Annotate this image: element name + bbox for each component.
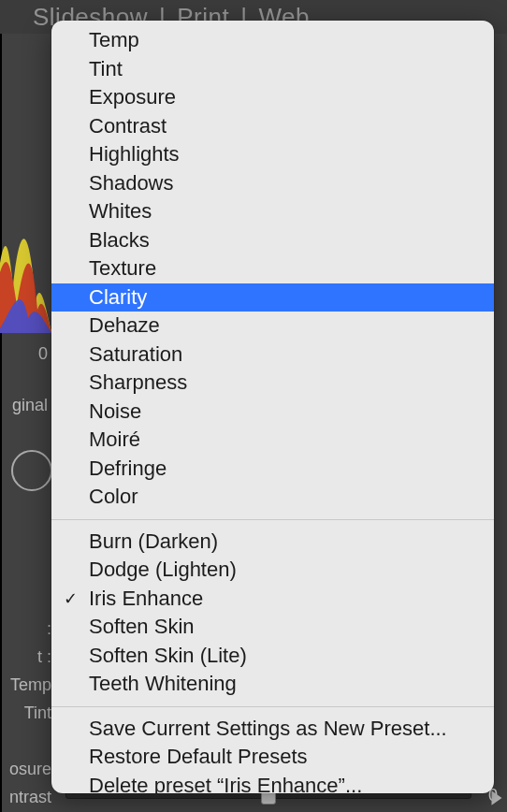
panel-label: Tint xyxy=(0,703,51,726)
menu-item[interactable]: Exposure xyxy=(51,83,494,112)
menu-item[interactable]: Delete preset “Iris Enhance”... xyxy=(51,772,494,794)
menu-item[interactable]: Contrast xyxy=(51,112,494,141)
menu-item[interactable]: Soften Skin xyxy=(51,613,494,642)
menu-item-label: Exposure xyxy=(89,85,479,109)
menu-item[interactable]: Saturation xyxy=(51,341,494,370)
menu-item[interactable]: Defringe xyxy=(51,455,494,484)
left-labels: :t :TempTintosurentrastlightsadows xyxy=(0,586,51,812)
menu-section-preset-actions: Save Current Settings as New Preset...Re… xyxy=(51,709,494,794)
menu-item-label: Color xyxy=(89,485,479,509)
panel-label: : xyxy=(0,619,51,642)
menu-item[interactable]: Teeth Whitening xyxy=(51,670,494,699)
menu-item-label: Soften Skin xyxy=(89,615,479,639)
menu-item[interactable]: Save Current Settings as New Preset... xyxy=(51,715,494,744)
menu-section-presets: Burn (Darken)Dodge (Lighten)✓Iris Enhanc… xyxy=(51,522,494,704)
menu-item[interactable]: ✓Iris Enhance xyxy=(51,585,494,614)
menu-item[interactable]: Whites xyxy=(51,197,494,226)
menu-item-label: Moiré xyxy=(89,428,479,452)
menu-item[interactable]: Texture xyxy=(51,254,494,283)
left-column: 0 ginal xyxy=(0,333,51,427)
menu-item-label: Clarity xyxy=(89,285,479,310)
menu-item-label: Iris Enhance xyxy=(89,587,479,611)
menu-item[interactable]: Blacks xyxy=(51,226,494,255)
menu-item-label: Highlights xyxy=(89,142,479,167)
menu-item[interactable]: Dehaze xyxy=(51,312,494,341)
menu-item-label: Sharpness xyxy=(89,370,479,395)
panel-label: ntrast xyxy=(0,788,51,810)
menu-item[interactable]: Color xyxy=(51,483,494,512)
menu-item[interactable]: Tint xyxy=(51,55,494,84)
menu-item-label: Restore Default Presets xyxy=(89,745,479,769)
menu-item[interactable]: Noise xyxy=(51,398,494,427)
mode-label: ginal xyxy=(4,396,48,415)
panel-label: t : xyxy=(0,647,51,670)
menu-item[interactable]: Temp xyxy=(51,26,494,55)
menu-item-label: Burn (Darken) xyxy=(89,529,479,554)
menu-item-label: Noise xyxy=(89,399,479,424)
menu-section-adjustments: TempTintExposureContrastHighlightsShadow… xyxy=(51,21,494,517)
menu-item[interactable]: Moiré xyxy=(51,426,494,455)
menu-item[interactable]: Burn (Darken) xyxy=(51,528,494,557)
menu-item[interactable]: Dodge (Lighten) xyxy=(51,556,494,585)
histogram xyxy=(0,90,51,333)
panel-label: osure xyxy=(0,760,51,782)
menu-item-label: Soften Skin (Lite) xyxy=(89,644,479,668)
menu-item-label: Saturation xyxy=(89,342,479,367)
panel-label: Temp xyxy=(0,675,51,698)
menu-item-label: Contrast xyxy=(89,114,479,138)
menu-item-label: Dehaze xyxy=(89,313,479,338)
menu-item-label: Whites xyxy=(89,199,479,224)
menu-separator xyxy=(51,706,494,707)
menu-item-label: Blacks xyxy=(89,228,479,253)
checkmark-icon: ✓ xyxy=(51,588,89,609)
brush-preview-circle[interactable] xyxy=(11,450,52,491)
menu-item-label: Teeth Whitening xyxy=(89,672,479,696)
menu-item[interactable]: Soften Skin (Lite) xyxy=(51,642,494,671)
effect-dropdown-menu[interactable]: TempTintExposureContrastHighlightsShadow… xyxy=(51,21,494,793)
value-zero: 0 xyxy=(4,344,48,364)
menu-item-label: Shadows xyxy=(89,171,479,196)
menu-item[interactable]: Shadows xyxy=(51,169,494,198)
menu-item-label: Temp xyxy=(89,28,479,52)
menu-item-label: Texture xyxy=(89,256,479,281)
menu-separator xyxy=(51,519,494,520)
menu-item[interactable]: Restore Default Presets xyxy=(51,743,494,772)
menu-item-label: Delete preset “Iris Enhance”... xyxy=(89,774,479,793)
menu-item-label: Save Current Settings as New Preset... xyxy=(89,717,479,741)
menu-item-label: Defringe xyxy=(89,457,479,481)
menu-item[interactable]: Highlights xyxy=(51,140,494,169)
menu-item[interactable]: Clarity xyxy=(51,283,494,312)
panel-label xyxy=(0,591,51,614)
menu-item-label: Dodge (Lighten) xyxy=(89,558,479,582)
menu-item[interactable]: Sharpness xyxy=(51,369,494,398)
menu-item-label: Tint xyxy=(89,57,479,81)
panel-label xyxy=(0,732,51,754)
